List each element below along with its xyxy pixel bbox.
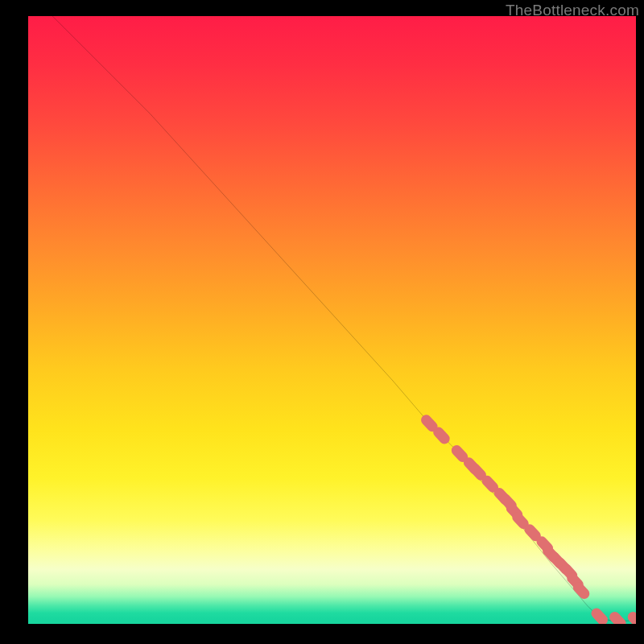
- data-point: [456, 451, 463, 457]
- watermark-text: TheBottleneck.com: [506, 2, 639, 19]
- data-point: [487, 481, 493, 487]
- data-point: [615, 617, 621, 623]
- data-point: [439, 432, 445, 439]
- data-point: [578, 587, 584, 593]
- plot-area: [28, 16, 636, 624]
- data-point: [475, 469, 481, 475]
- data-point: [427, 420, 433, 427]
- data-point: [597, 613, 603, 620]
- chart-stage: TheBottleneck.com: [0, 0, 644, 644]
- data-point: [518, 518, 524, 524]
- data-point: [530, 530, 536, 536]
- data-point: [633, 617, 636, 623]
- scatter-layer: [28, 16, 636, 624]
